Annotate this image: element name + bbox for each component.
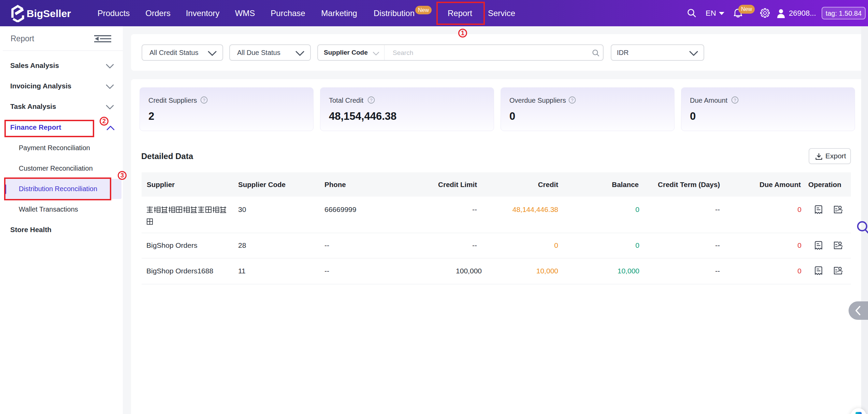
svg-text:?: ?	[370, 98, 372, 103]
svg-text:?: ?	[734, 98, 736, 103]
svg-text:?: ?	[203, 98, 205, 103]
svg-text:?: ?	[571, 98, 573, 103]
